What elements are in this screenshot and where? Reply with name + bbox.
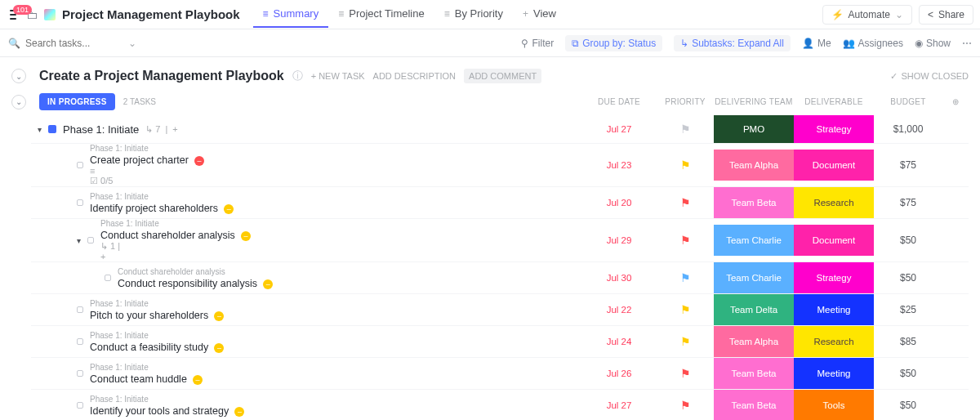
due-date[interactable]: Jul 30 [581, 273, 657, 283]
team-cell[interactable]: Team Charlie [714, 262, 794, 293]
budget-cell[interactable]: $25 [874, 304, 942, 315]
deliverable-cell[interactable]: Meeting [794, 294, 874, 325]
priority-flag-icon[interactable]: ⚑ [680, 367, 691, 380]
status-dot-icon: – [224, 204, 234, 214]
due-date[interactable]: Jul 22 [581, 305, 657, 315]
checkbox[interactable] [77, 306, 83, 313]
filter-button[interactable]: ⚲Filter [521, 38, 554, 49]
automate-button[interactable]: ⚡Automate⌄ [822, 5, 912, 25]
view-icon: ≡ [338, 8, 344, 20]
task-row[interactable]: Phase 1: InitiatePitch to your sharehold… [31, 294, 969, 326]
add-subtask-icon[interactable]: + [100, 252, 251, 261]
task-row[interactable]: Phase 1: InitiateConduct a feasibility s… [31, 326, 969, 358]
budget-cell[interactable]: $1,000 [874, 123, 942, 135]
add-column-icon[interactable]: ⊕ [942, 97, 969, 106]
checkbox[interactable] [87, 237, 94, 244]
checkbox[interactable] [77, 162, 83, 168]
status-square[interactable] [48, 125, 56, 133]
checkbox[interactable] [77, 199, 83, 206]
checkbox[interactable] [77, 370, 83, 377]
col-team[interactable]: DELIVERING TEAM [714, 97, 794, 106]
add-comment-button[interactable]: ADD COMMENT [464, 69, 541, 83]
status-pill[interactable]: IN PROGRESS [39, 93, 115, 110]
groupby-button[interactable]: ⧉Group by: Status [565, 35, 662, 51]
priority-flag-icon[interactable]: ⚑ [680, 196, 691, 209]
more-icon[interactable]: ⋯ [962, 38, 972, 49]
task-row[interactable]: ▾Phase 1: InitiateConduct shareholder an… [31, 219, 969, 262]
checkbox[interactable] [77, 402, 83, 409]
due-date[interactable]: Jul 27 [581, 124, 657, 134]
due-date[interactable]: Jul 20 [581, 198, 657, 208]
deliverable-cell[interactable]: Strategy [794, 262, 874, 293]
section-collapse-icon[interactable]: ⌄ [11, 95, 26, 109]
deliverable-cell[interactable]: Research [794, 187, 874, 218]
checkbox[interactable] [77, 338, 83, 345]
team-cell[interactable]: PMO [714, 115, 794, 143]
priority-flag-icon[interactable]: ⚑ [680, 234, 691, 247]
assignees-button[interactable]: 👥Assignees [843, 38, 903, 49]
expand-icon[interactable]: ▾ [38, 125, 42, 134]
priority-flag-icon[interactable]: ⚑ [680, 303, 691, 316]
deliverable-cell[interactable]: Strategy [794, 115, 874, 143]
deliverable-cell[interactable]: Document [794, 150, 874, 181]
due-date[interactable]: Jul 23 [581, 160, 657, 170]
due-date[interactable]: Jul 24 [581, 337, 657, 346]
search-input[interactable] [25, 38, 123, 49]
team-cell[interactable]: Team Beta [714, 358, 794, 389]
team-cell[interactable]: Team Charlie [714, 225, 794, 256]
me-button[interactable]: 👤Me [802, 38, 831, 49]
phase-row[interactable]: ▾Phase 1: Initiate↳ 7 | +Jul 27⚑PMOStrat… [31, 115, 969, 144]
budget-cell[interactable]: $75 [874, 159, 942, 171]
column-headers: DUE DATE PRIORITY DELIVERING TEAM DELIVE… [581, 97, 969, 106]
view-tab-project-timeline[interactable]: ≡Project Timeline [328, 1, 434, 28]
deliverable-cell[interactable]: Tools [794, 390, 874, 420]
priority-flag-icon[interactable]: ⚑ [680, 399, 691, 412]
budget-cell[interactable]: $50 [874, 235, 942, 246]
add-description-button[interactable]: ADD DESCRIPTION [373, 71, 456, 81]
team-cell[interactable]: Team Alpha [714, 326, 794, 357]
col-priority[interactable]: PRIORITY [657, 97, 714, 106]
deliverable-cell[interactable]: Document [794, 225, 874, 256]
show-button[interactable]: ◉Show [915, 38, 951, 49]
col-budget[interactable]: BUDGET [874, 97, 942, 106]
priority-flag-icon[interactable]: ⚑ [680, 271, 691, 284]
view-tab-by-priority[interactable]: ≡By Priority [434, 1, 513, 28]
budget-cell[interactable]: $75 [874, 197, 942, 208]
col-due[interactable]: DUE DATE [581, 97, 657, 106]
priority-flag-icon[interactable]: ⚑ [680, 335, 691, 348]
deliverable-cell[interactable]: Meeting [794, 358, 874, 389]
budget-cell[interactable]: $50 [874, 400, 942, 411]
task-row[interactable]: Phase 1: InitiateIdentify your tools and… [31, 390, 969, 420]
chevron-down-icon[interactable]: ⌄ [128, 38, 136, 49]
task-row[interactable]: Phase 1: InitiateCreate project charter … [31, 144, 969, 187]
expand-icon[interactable]: ▾ [77, 236, 81, 245]
deliverable-cell[interactable]: Research [794, 326, 874, 357]
priority-flag-icon[interactable]: ⚑ [680, 123, 691, 136]
menu-toggle[interactable]: 101 [7, 7, 20, 23]
priority-flag-icon[interactable]: ⚑ [680, 159, 691, 172]
team-cell[interactable]: Team Beta [714, 390, 794, 420]
due-date[interactable]: Jul 27 [581, 400, 657, 410]
new-task-button[interactable]: + NEW TASK [311, 71, 365, 81]
add-subtask-icon[interactable]: + [172, 124, 177, 134]
subtasks-button[interactable]: ↳Subtasks: Expand All [674, 35, 791, 51]
due-date[interactable]: Jul 26 [581, 369, 657, 378]
subtask-row[interactable]: Conduct shareholder analysisConduct resp… [31, 262, 969, 294]
team-cell[interactable]: Team Alpha [714, 150, 794, 181]
task-row[interactable]: Phase 1: InitiateIdentify project shareh… [31, 187, 969, 219]
checkbox[interactable] [105, 275, 111, 281]
budget-cell[interactable]: $50 [874, 272, 942, 284]
add-view-button[interactable]: +View [513, 1, 566, 28]
task-row[interactable]: Phase 1: InitiateConduct team huddle –Ju… [31, 358, 969, 390]
col-deliverable[interactable]: DELIVERABLE [794, 97, 874, 106]
budget-cell[interactable]: $85 [874, 336, 942, 347]
team-cell[interactable]: Team Beta [714, 187, 794, 218]
collapse-all-icon[interactable]: ⌄ [11, 69, 26, 83]
view-tab-summary[interactable]: ≡Summary [253, 1, 329, 28]
team-cell[interactable]: Team Delta [714, 294, 794, 325]
show-closed-button[interactable]: ✓SHOW CLOSED [890, 71, 969, 82]
due-date[interactable]: Jul 29 [581, 235, 657, 245]
share-button[interactable]: <Share [919, 5, 973, 25]
info-icon[interactable]: ⓘ [292, 69, 303, 83]
budget-cell[interactable]: $50 [874, 368, 942, 379]
